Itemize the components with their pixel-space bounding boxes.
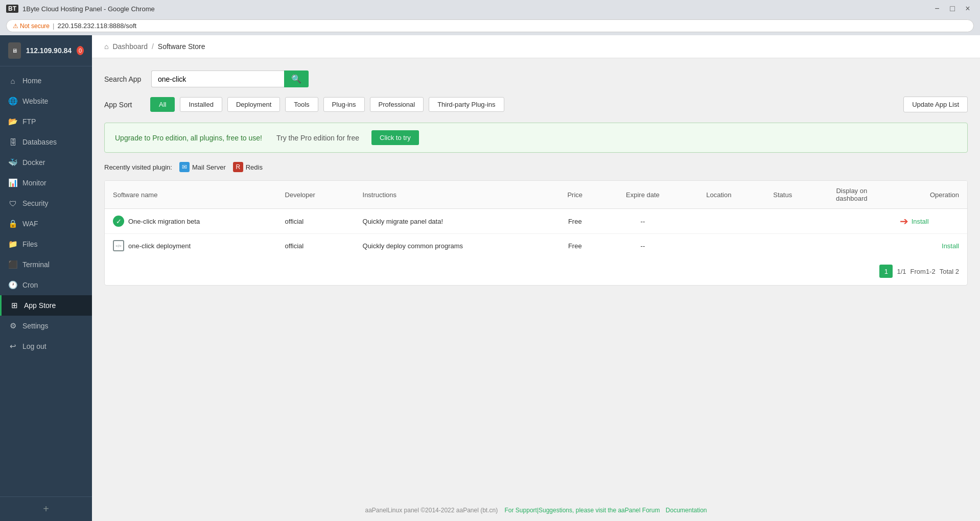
sidebar-item-databases[interactable]: 🗄 Databases: [0, 132, 92, 152]
sidebar-item-label: Cron: [22, 281, 38, 289]
sidebar-item-waf[interactable]: 🔒 WAF: [0, 214, 92, 234]
th-developer: Developer: [277, 181, 355, 209]
files-icon: 📁: [8, 240, 17, 249]
th-status: Status: [753, 181, 812, 209]
breadcrumb-separator: /: [152, 42, 154, 51]
appstore-icon: ⊞: [10, 301, 19, 310]
notification-badge: 0: [77, 46, 84, 55]
install-arrow-icon: ➔: [900, 215, 908, 227]
sidebar-item-home[interactable]: ⌂ Home: [0, 70, 92, 91]
filter-installed-button[interactable]: Installed: [180, 97, 222, 112]
th-display: Display ondashboard: [812, 181, 892, 209]
sidebar-item-security[interactable]: 🛡 Security: [0, 193, 92, 214]
sidebar: 🖥 112.109.90.84 0 ⌂ Home 🌐 Website 📂 FTP…: [0, 35, 92, 521]
minimize-button[interactable]: −: [931, 3, 943, 15]
browser-addressbar: ⚠ Not secure | 220.158.232.118:8888/soft: [0, 17, 980, 35]
update-app-list-button[interactable]: Update App List: [903, 97, 968, 112]
td-location-2: [684, 234, 753, 258]
website-icon: 🌐: [8, 97, 17, 106]
td-price-1: Free: [549, 209, 601, 234]
app-icon-check-1: ✓: [113, 216, 124, 227]
sidebar-item-logout[interactable]: ↩ Log out: [0, 336, 92, 357]
sidebar-header: 🖥 112.109.90.84 0: [0, 35, 92, 66]
browser-chrome: BT 1Byte Cloud Hosting Panel - Google Ch…: [0, 0, 980, 35]
sidebar-item-monitor[interactable]: 📊 Monitor: [0, 173, 92, 193]
sidebar-avatar: 🖥: [8, 42, 21, 59]
sidebar-item-label: Settings: [22, 322, 49, 330]
browser-tab-title: 1Byte Cloud Hosting Panel - Google Chrom…: [22, 5, 155, 13]
plugin-redis[interactable]: R Redis: [233, 162, 263, 172]
filter-professional-button[interactable]: Professional: [370, 97, 424, 112]
footer-docs-link[interactable]: Documentation: [666, 507, 707, 514]
browser-titlebar: BT 1Byte Cloud Hosting Panel - Google Ch…: [0, 0, 980, 17]
filter-plugins-button[interactable]: Plug-ins: [323, 97, 365, 112]
logout-icon: ↩: [8, 342, 17, 351]
maximize-button[interactable]: □: [946, 3, 959, 15]
sidebar-item-terminal[interactable]: ⬛ Terminal: [0, 254, 92, 275]
search-icon: 🔍: [291, 74, 301, 84]
security-icon: 🛡: [8, 199, 17, 208]
filter-deployment-button[interactable]: Deployment: [227, 97, 280, 112]
redis-label: Redis: [246, 163, 263, 171]
sidebar-item-label: WAF: [22, 220, 38, 228]
url-text: 220.158.232.118:8888/soft: [57, 22, 136, 30]
td-expire-1: --: [601, 209, 685, 234]
install-button-2[interactable]: Install: [942, 242, 959, 250]
filter-all-button[interactable]: All: [150, 97, 175, 112]
th-expire: Expire date: [601, 181, 685, 209]
search-button[interactable]: 🔍: [284, 70, 309, 87]
sidebar-item-ftp[interactable]: 📂 FTP: [0, 111, 92, 132]
add-server-button[interactable]: +: [0, 496, 92, 521]
terminal-icon: ⬛: [8, 260, 17, 269]
search-label: Search App: [104, 75, 145, 83]
mailserver-icon: ✉: [179, 162, 190, 172]
plugin-mailserver[interactable]: ✉ Mail Server: [179, 162, 226, 172]
sidebar-item-label: Security: [22, 199, 49, 207]
filter-tools-button[interactable]: Tools: [285, 97, 318, 112]
plus-icon: +: [43, 503, 49, 515]
app-wrapper: 🖥 112.109.90.84 0 ⌂ Home 🌐 Website 📂 FTP…: [0, 35, 980, 521]
docker-icon: 🐳: [8, 158, 17, 167]
search-row: Search App 🔍: [104, 70, 968, 87]
sidebar-item-appstore[interactable]: ⊞ App Store: [0, 295, 92, 316]
breadcrumb-dashboard[interactable]: Dashboard: [112, 42, 148, 51]
sidebar-item-label: Terminal: [22, 260, 50, 269]
filter-label: App Sort: [104, 101, 145, 109]
td-operation-1: ➔ Install: [892, 209, 967, 234]
sidebar-item-docker[interactable]: 🐳 Docker: [0, 152, 92, 173]
promo-cta-button[interactable]: Click to try: [371, 130, 419, 145]
install-button-1[interactable]: Install: [912, 218, 929, 225]
software-table-wrap: Software name Developer Instructions Pri…: [104, 180, 968, 286]
page-footer: aaPanelLinux panel ©2014-2022 aaPanel (b…: [92, 500, 980, 521]
sidebar-item-settings[interactable]: ⚙ Settings: [0, 316, 92, 336]
close-button[interactable]: ×: [962, 3, 974, 15]
recent-label: Recently visited plugin:: [104, 163, 172, 171]
app-name-1: One-click migration beta: [128, 218, 200, 225]
warning-icon: ⚠: [13, 22, 18, 30]
td-expire-2: --: [601, 234, 685, 258]
promo-text: Upgrade to Pro edition, all plugins, fre…: [115, 134, 262, 142]
sidebar-item-cron[interactable]: 🕐 Cron: [0, 275, 92, 295]
sidebar-item-label: Home: [22, 77, 41, 85]
th-instructions: Instructions: [355, 181, 549, 209]
promo-banner: Upgrade to Pro edition, all plugins, fre…: [104, 123, 968, 153]
sidebar-nav: ⌂ Home 🌐 Website 📂 FTP 🗄 Databases 🐳 Doc…: [0, 66, 92, 496]
waf-icon: 🔒: [8, 219, 17, 228]
not-secure-indicator: ⚠ Not secure: [13, 22, 50, 30]
sidebar-item-website[interactable]: 🌐 Website: [0, 91, 92, 111]
td-instructions-2: Quickly deploy common programs: [355, 234, 549, 258]
filter-row: App Sort All Installed Deployment Tools …: [104, 97, 968, 112]
td-location-1: [684, 209, 753, 234]
sidebar-item-label: Files: [22, 240, 38, 248]
sidebar-item-label: FTP: [22, 117, 36, 126]
sidebar-item-label: Databases: [22, 138, 57, 146]
url-bar[interactable]: ⚠ Not secure | 220.158.232.118:8888/soft: [6, 19, 974, 32]
browser-favicon: BT: [6, 5, 18, 13]
page-1-button[interactable]: 1: [879, 265, 893, 278]
filter-thirdparty-button[interactable]: Third-party Plug-ins: [429, 97, 504, 112]
app-name-2: one-click deployment: [128, 242, 191, 250]
monitor-icon: 📊: [8, 178, 17, 187]
footer-support-link[interactable]: For Support|Suggestions, please visit th…: [505, 507, 660, 514]
search-input[interactable]: [151, 70, 284, 87]
sidebar-item-files[interactable]: 📁 Files: [0, 234, 92, 254]
